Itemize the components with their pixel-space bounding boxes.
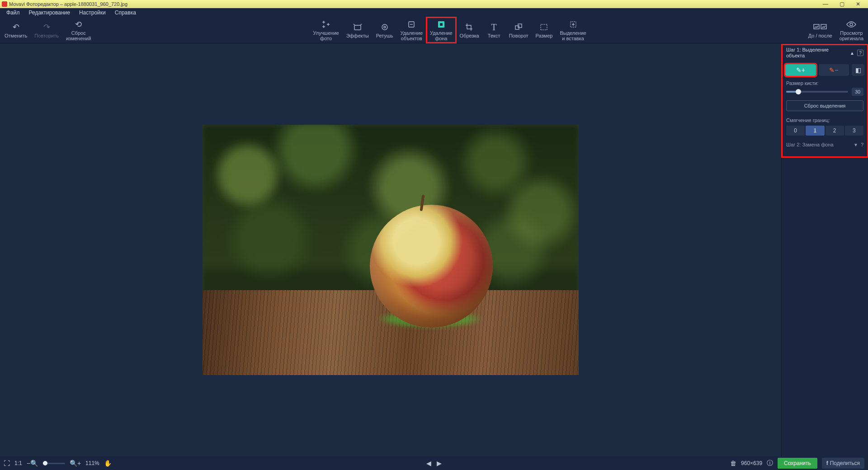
enhance-icon bbox=[321, 19, 330, 29]
remove-objects-label: Удаление объектов bbox=[401, 30, 423, 41]
window-title: Movavi Фоторедактор – apple-1880031_960_… bbox=[9, 1, 817, 7]
crop-label: Обрезка bbox=[460, 33, 479, 38]
effects-icon bbox=[353, 22, 362, 32]
svg-point-2 bbox=[384, 26, 386, 28]
rotate-icon bbox=[514, 22, 523, 32]
retouch-icon bbox=[380, 22, 389, 32]
text-icon: T bbox=[491, 22, 497, 32]
svg-point-12 bbox=[850, 23, 853, 26]
text-button[interactable]: T Текст bbox=[483, 17, 505, 43]
eye-icon bbox=[846, 19, 856, 29]
text-label: Текст bbox=[488, 33, 500, 38]
undo-icon: ↶ bbox=[13, 22, 19, 32]
enhance-label: Улучшение фото bbox=[313, 30, 339, 41]
app-logo-icon bbox=[2, 1, 7, 7]
retouch-button[interactable]: Ретушь bbox=[373, 17, 397, 43]
menu-edit[interactable]: Редактирование bbox=[24, 9, 75, 16]
effects-label: Эффекты bbox=[346, 33, 369, 38]
retouch-label: Ретушь bbox=[376, 33, 393, 38]
undo-button[interactable]: ↶ Отменить bbox=[1, 17, 31, 43]
redo-icon: ↷ bbox=[43, 22, 50, 32]
reset-label: Сброс изменений bbox=[66, 30, 91, 41]
redo-label: Повторить bbox=[34, 33, 59, 38]
select-insert-button[interactable]: Выделение и вставка bbox=[556, 17, 590, 43]
menu-settings[interactable]: Настройки bbox=[75, 9, 110, 16]
close-button[interactable]: ✕ bbox=[850, 0, 866, 8]
resize-icon bbox=[539, 22, 548, 32]
before-after-button[interactable]: До / после bbox=[805, 17, 836, 43]
view-original-button[interactable]: Просмотр оригинала bbox=[836, 17, 867, 43]
remove-objects-button[interactable]: Удаление объектов bbox=[397, 17, 427, 43]
before-after-icon bbox=[813, 22, 827, 32]
reset-changes-button[interactable]: ⟲ Сброс изменений bbox=[62, 17, 94, 43]
redo-button[interactable]: ↷ Повторить bbox=[31, 17, 62, 43]
svg-rect-5 bbox=[440, 23, 443, 26]
svg-rect-0 bbox=[354, 25, 361, 30]
remove-background-label: Удаление фона bbox=[430, 30, 453, 41]
reset-icon: ⟲ bbox=[75, 19, 82, 29]
minimize-button[interactable]: — bbox=[817, 0, 834, 8]
resize-button[interactable]: Размер bbox=[532, 17, 557, 43]
maximize-button[interactable]: ▢ bbox=[834, 0, 850, 8]
enhance-button[interactable]: Улучшение фото bbox=[309, 17, 342, 43]
effects-button[interactable]: Эффекты bbox=[343, 17, 373, 43]
undo-label: Отменить bbox=[5, 33, 27, 38]
menubar: Файл Редактирование Настройки Справка bbox=[0, 8, 868, 17]
crop-icon bbox=[465, 22, 474, 32]
menu-help[interactable]: Справка bbox=[110, 9, 141, 16]
crop-button[interactable]: Обрезка bbox=[456, 17, 483, 43]
svg-rect-8 bbox=[541, 24, 547, 30]
menu-file[interactable]: Файл bbox=[2, 9, 24, 16]
remove-objects-icon bbox=[407, 19, 416, 29]
rotate-label: Поворот bbox=[509, 33, 528, 38]
resize-label: Размер bbox=[536, 33, 553, 38]
remove-background-icon bbox=[437, 19, 446, 29]
before-after-label: До / после bbox=[808, 33, 832, 38]
select-insert-icon bbox=[569, 19, 578, 29]
svg-point-1 bbox=[382, 24, 387, 30]
toolbar: ↶ Отменить ↷ Повторить ⟲ Сброс изменений… bbox=[0, 17, 868, 43]
svg-rect-11 bbox=[821, 24, 826, 29]
remove-background-button[interactable]: Удаление фона bbox=[426, 17, 456, 43]
select-insert-label: Выделение и вставка bbox=[560, 30, 586, 41]
titlebar: Movavi Фоторедактор – apple-1880031_960_… bbox=[0, 0, 868, 8]
view-original-label: Просмотр оригинала bbox=[840, 30, 863, 41]
svg-rect-10 bbox=[814, 24, 819, 29]
rotate-button[interactable]: Поворот bbox=[505, 17, 532, 43]
